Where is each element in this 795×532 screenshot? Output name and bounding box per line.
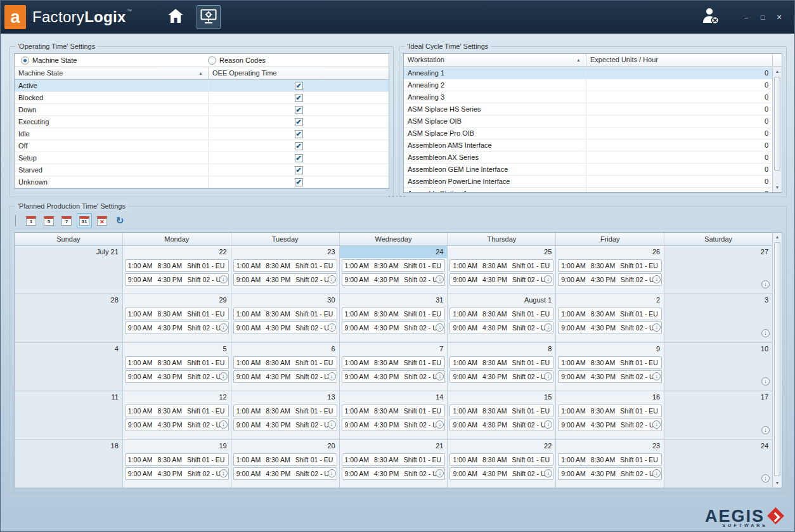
machine-state-row[interactable]: Blocked✔ [15,92,389,104]
oee-settings-button[interactable] [197,5,221,29]
close-button[interactable]: ✕ [773,11,785,23]
more-shifts-icon[interactable]: ↓ [219,469,228,477]
shift-appointment[interactable]: 9:00 AM4:30 PMShift 02 - US↓ [558,321,662,334]
shift-appointment[interactable]: 9:00 AM4:30 PMShift 02 - US↓ [125,467,229,480]
calendar-day-cell[interactable]: 231:00 AM8:30 AMShift 01 - EU9:00 AM4:30… [231,246,340,294]
calendar-day-cell[interactable]: 71:00 AM8:30 AMShift 01 - EU9:00 AM4:30 … [340,343,448,391]
more-shifts-icon[interactable]: ↓ [436,420,444,429]
more-shifts-icon[interactable]: ↓ [761,426,770,434]
calendar-day-cell[interactable]: 11 [15,391,123,439]
toolbar-drag-handle[interactable] [15,215,18,226]
shift-appointment[interactable]: 9:00 AM4:30 PMShift 02 - US↓ [558,418,662,431]
more-shifts-icon[interactable]: ↓ [544,372,552,380]
shift-appointment[interactable]: 1:00 AM8:30 AMShift 01 - EU [449,308,553,320]
more-shifts-icon[interactable]: ↓ [761,377,770,386]
calendar-day-cell[interactable]: 24↓ [664,440,772,488]
workstation-row[interactable]: Assembleon AX Series0 [404,152,772,164]
home-button[interactable] [164,5,188,29]
shift-appointment[interactable]: 9:00 AM4:30 PMShift 02 - US↓ [449,418,553,431]
work-week-view-button[interactable]: 5 [41,213,56,228]
calendar-day-cell[interactable]: 211:00 AM8:30 AMShift 01 - EU9:00 AM4:30… [340,440,448,488]
oee-operating-time-checkbox[interactable]: ✔ [295,82,303,90]
calendar-day-cell[interactable]: 4 [15,343,123,391]
calendar-scrollbar[interactable]: ▲ ▼ [772,233,782,488]
workstation-row[interactable]: Assembly Station 10 [404,188,772,192]
more-shifts-icon[interactable]: ↓ [761,474,770,483]
machine-state-row[interactable]: Idle✔ [15,128,389,140]
oee-operating-time-checkbox[interactable]: ✔ [295,154,303,162]
shift-appointment[interactable]: 9:00 AM4:30 PMShift 02 - US↓ [558,467,662,480]
calendar-day-cell[interactable]: 91:00 AM8:30 AMShift 01 - EU9:00 AM4:30 … [556,343,664,391]
more-shifts-icon[interactable]: ↓ [328,275,336,283]
shift-appointment[interactable]: 1:00 AM8:30 AMShift 01 - EU [125,405,229,417]
shift-appointment[interactable]: 1:00 AM8:30 AMShift 01 - EU [449,405,553,417]
more-shifts-icon[interactable]: ↓ [652,275,661,283]
more-shifts-icon[interactable]: ↓ [436,469,444,477]
calendar-day-cell[interactable]: 151:00 AM8:30 AMShift 01 - EU9:00 AM4:30… [448,391,556,439]
oee-operating-time-column-header[interactable]: OEE Operating Time [209,67,389,79]
workstation-row[interactable]: Assembleon PowerLine Interface0 [404,176,772,188]
more-shifts-icon[interactable]: ↓ [652,420,661,429]
more-shifts-icon[interactable]: ↓ [328,372,336,380]
scroll-down-icon[interactable]: ▼ [773,479,782,488]
workstation-row[interactable]: Assembleon AMS Interface0 [404,139,772,152]
month-view-button[interactable]: 31 [77,213,92,228]
exceptions-view-button[interactable]: ✕ [94,213,110,228]
calendar-day-cell[interactable]: August 11:00 AM8:30 AMShift 01 - EU9:00 … [448,294,556,342]
shift-appointment[interactable]: 9:00 AM4:30 PMShift 02 - US↓ [125,418,229,431]
machine-state-row[interactable]: Executing✔ [15,116,389,128]
calendar-day-cell[interactable]: 81:00 AM8:30 AMShift 01 - EU9:00 AM4:30 … [448,343,556,391]
shift-appointment[interactable]: 1:00 AM8:30 AMShift 01 - EU [449,259,553,272]
calendar-day-cell[interactable]: 28 [15,294,123,342]
workstation-row[interactable]: ASM Siplace Pro OIB0 [404,127,772,139]
more-shifts-icon[interactable]: ↓ [436,275,444,283]
oee-operating-time-checkbox[interactable]: ✔ [295,130,303,138]
shift-appointment[interactable]: 9:00 AM4:30 PMShift 02 - US↓ [342,321,446,334]
oee-operating-time-checkbox[interactable]: ✔ [295,166,303,174]
shift-appointment[interactable]: 9:00 AM4:30 PMShift 02 - US↓ [342,467,446,480]
shift-appointment[interactable]: 1:00 AM8:30 AMShift 01 - EU [558,259,662,272]
user-button[interactable] [698,4,723,30]
more-shifts-icon[interactable]: ↓ [436,323,444,332]
scroll-thumb[interactable] [774,77,780,171]
more-shifts-icon[interactable]: ↓ [652,469,661,477]
calendar-day-cell[interactable]: 231:00 AM8:30 AMShift 01 - EU9:00 AM4:30… [556,440,664,488]
more-shifts-icon[interactable]: ↓ [652,323,661,332]
shift-appointment[interactable]: 1:00 AM8:30 AMShift 01 - EU [342,259,446,272]
shift-appointment[interactable]: 9:00 AM4:30 PMShift 02 - US↓ [449,467,553,480]
shift-appointment[interactable]: 9:00 AM4:30 PMShift 02 - US↓ [558,370,662,383]
more-shifts-icon[interactable]: ↓ [544,275,552,283]
shift-appointment[interactable]: 9:00 AM4:30 PMShift 02 - US↓ [125,321,229,334]
machine-state-row[interactable]: Unknown✔ [15,176,389,188]
workstation-row[interactable]: Annealing 10 [404,67,772,79]
calendar-day-cell[interactable]: 291:00 AM8:30 AMShift 01 - EU9:00 AM4:30… [123,294,231,342]
calendar-day-cell[interactable]: 161:00 AM8:30 AMShift 01 - EU9:00 AM4:30… [556,391,664,439]
calendar-day-cell[interactable]: 301:00 AM8:30 AMShift 01 - EU9:00 AM4:30… [231,294,340,342]
minimize-button[interactable]: – [740,11,753,23]
more-shifts-icon[interactable]: ↓ [544,323,552,332]
machine-state-row[interactable]: Setup✔ [15,152,389,164]
calendar-day-cell[interactable]: 61:00 AM8:30 AMShift 01 - EU9:00 AM4:30 … [231,343,340,391]
expected-units-column-header[interactable]: Expected Units / Hour [586,54,772,66]
calendar-day-cell[interactable]: 3↓ [664,294,772,342]
calendar-day-cell[interactable]: 18 [15,440,123,488]
shift-appointment[interactable]: 1:00 AM8:30 AMShift 01 - EU [558,356,662,369]
more-shifts-icon[interactable]: ↓ [219,275,228,283]
oee-operating-time-checkbox[interactable]: ✔ [295,118,303,126]
oee-operating-time-checkbox[interactable]: ✔ [295,106,303,114]
shift-appointment[interactable]: 9:00 AM4:30 PMShift 02 - US↓ [233,321,337,334]
oee-operating-time-checkbox[interactable]: ✔ [295,94,303,102]
workstation-scrollbar[interactable]: ▲ ▼ [772,67,782,192]
shift-appointment[interactable]: 9:00 AM4:30 PMShift 02 - US↓ [342,418,446,431]
workstation-row[interactable]: Assembleon GEM Line Interface0 [404,164,772,176]
scroll-up-icon[interactable]: ▲ [773,67,782,76]
calendar-day-cell[interactable]: 10↓ [664,343,772,391]
splitter-handle[interactable]: ····· [1,193,794,200]
refresh-view-button[interactable]: ↻ [112,213,127,228]
scroll-down-icon[interactable]: ▼ [773,183,782,192]
workstation-row[interactable]: Annealing 20 [404,79,772,91]
calendar-day-cell[interactable]: 51:00 AM8:30 AMShift 01 - EU9:00 AM4:30 … [123,343,231,391]
calendar-day-cell[interactable]: 201:00 AM8:30 AMShift 01 - EU9:00 AM4:30… [231,440,340,488]
workstation-row[interactable]: ASM Siplace HS Series0 [404,103,772,115]
week-view-button[interactable]: 7 [59,213,74,228]
